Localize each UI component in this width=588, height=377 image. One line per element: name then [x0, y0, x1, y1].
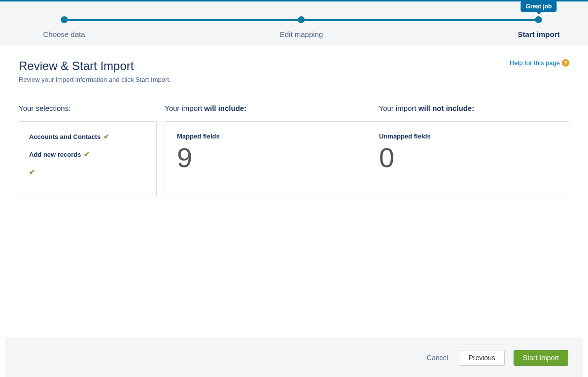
previous-button[interactable]: Previous — [459, 350, 504, 366]
header-row: Review & Start Import Review your import… — [19, 59, 569, 83]
selection-item-text: Accounts and Contacts — [29, 133, 101, 140]
check-icon: ✔ — [84, 150, 90, 158]
mapped-fields-label: Mapped fields — [177, 133, 355, 140]
progress-dot-icon — [298, 16, 305, 23]
progress-dot-icon — [61, 16, 68, 23]
include-heading-row: Your import will include: Your import wi… — [165, 104, 569, 121]
exclude-heading: Your import will not include: — [367, 104, 570, 112]
header-text: Review & Start Import Review your import… — [19, 59, 171, 83]
page-subtitle: Review your import information and click… — [19, 76, 171, 83]
help-link-text: Help for this page — [510, 59, 560, 67]
progress-container: Great job Choose data Edit mapping Start… — [0, 1, 588, 45]
unmapped-fields-label: Unmapped fields — [379, 133, 557, 140]
include-wrapper: Your import will include: Your import wi… — [165, 104, 569, 197]
selections-box: Accounts and Contacts ✔ Add new records … — [19, 121, 157, 197]
columns-row: Your selections: Accounts and Contacts ✔… — [19, 104, 569, 197]
progress-step-label: Edit mapping — [280, 30, 323, 38]
main-content: Review & Start Import Review your import… — [0, 45, 588, 197]
start-import-button[interactable]: Start Import — [514, 350, 568, 366]
exclude-heading-bold: will not include: — [418, 104, 474, 112]
page-title: Review & Start Import — [19, 59, 171, 73]
include-heading-prefix: Your import — [165, 104, 204, 112]
cancel-button[interactable]: Cancel — [425, 350, 450, 366]
unmapped-fields-count: 0 — [379, 144, 557, 171]
help-icon: ? — [562, 59, 569, 67]
include-box: Mapped fields 9 Unmapped fields 0 — [165, 121, 569, 197]
selection-item: Accounts and Contacts ✔ — [29, 133, 146, 140]
exclude-heading-prefix: Your import — [379, 104, 418, 112]
selections-column: Your selections: Accounts and Contacts ✔… — [19, 104, 157, 197]
progress-step-start-import[interactable]: Start import — [518, 16, 559, 38]
progress-bar: Great job Choose data Edit mapping Start… — [64, 16, 539, 36]
selections-heading: Your selections: — [19, 104, 157, 112]
progress-step-label: Start import — [518, 30, 559, 38]
mapped-fields-panel: Mapped fields 9 — [165, 122, 367, 197]
include-heading: Your import will include: — [165, 104, 367, 112]
check-icon: ✔ — [29, 168, 35, 176]
progress-step-choose-data[interactable]: Choose data — [43, 16, 85, 38]
progress-dot-icon — [535, 16, 542, 23]
selection-item-text: Add new records — [29, 151, 81, 158]
progress-tooltip: Great job — [521, 1, 557, 12]
check-icon: ✔ — [104, 133, 109, 140]
mapped-fields-count: 9 — [177, 144, 355, 171]
selection-item: Add new records ✔ — [29, 150, 146, 158]
help-link[interactable]: Help for this page ? — [510, 59, 569, 67]
progress-step-label: Choose data — [43, 30, 85, 38]
selection-item: ✔ — [29, 168, 146, 176]
include-heading-bold: will include: — [204, 104, 246, 112]
unmapped-fields-panel: Unmapped fields 0 — [367, 122, 569, 197]
progress-step-edit-mapping[interactable]: Edit mapping — [280, 16, 323, 38]
footer-bar: Cancel Previous Start Import — [5, 338, 583, 377]
